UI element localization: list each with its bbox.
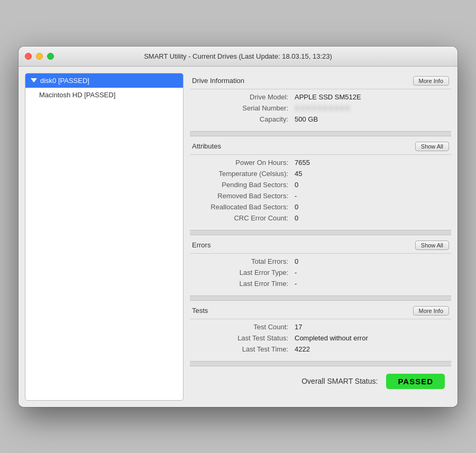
temperature-row: Temperature (Celsius): 45: [190, 168, 451, 179]
drive-model-label: Drive Model:: [194, 93, 295, 101]
overall-status-label: Overall SMART Status:: [301, 377, 378, 385]
attributes-title: Attributes: [192, 142, 221, 150]
traffic-lights: [25, 53, 54, 60]
test-count-row: Test Count: 17: [190, 321, 451, 332]
tests-title: Tests: [192, 307, 208, 315]
drive-model-value: APPLE SSD SM512E: [295, 93, 447, 101]
pending-bad-sectors-row: Pending Bad Sectors: 0: [190, 179, 451, 190]
main-content: disk0 [PASSED] Macintosh HD [PASSED] Dri…: [19, 67, 457, 407]
crc-error-count-value: 0: [295, 214, 447, 222]
separator-4: [190, 361, 451, 366]
last-error-type-value: -: [295, 269, 447, 276]
crc-error-count-label: CRC Error Count:: [194, 214, 295, 222]
errors-section: Errors Show All Total Errors: 0 Last Err…: [190, 237, 451, 293]
drive-info-title: Drive Information: [192, 77, 244, 85]
drive-model-row: Drive Model: APPLE SSD SM512E: [190, 91, 451, 103]
last-test-status-value: Completed without error: [295, 334, 447, 342]
tests-body: Test Count: 17 Last Test Status: Complet…: [190, 321, 451, 359]
minimize-button[interactable]: [36, 53, 43, 60]
power-on-hours-value: 7655: [295, 159, 447, 167]
overall-status-badge: PASSED: [386, 374, 445, 389]
test-count-value: 17: [295, 323, 447, 331]
capacity-row: Capacity: 500 GB: [190, 114, 451, 125]
right-panel: Drive Information More Info Drive Model:…: [190, 73, 451, 401]
drive-info-body: Drive Model: APPLE SSD SM512E Serial Num…: [190, 91, 451, 129]
attributes-section: Attributes Show All Power On Hours: 7655…: [190, 138, 451, 228]
errors-show-all-button[interactable]: Show All: [415, 241, 449, 250]
last-error-time-label: Last Error Time:: [194, 280, 295, 288]
temperature-label: Temperature (Celsius):: [194, 170, 295, 178]
drive-info-header: Drive Information More Info: [190, 73, 451, 89]
crc-error-count-row: CRC Error Count: 0: [190, 212, 451, 224]
tests-more-info-button[interactable]: More Info: [413, 306, 449, 316]
drive-item-macintosh-hd-label: Macintosh HD [PASSED]: [39, 91, 115, 99]
drive-info-section: Drive Information More Info Drive Model:…: [190, 73, 451, 129]
serial-number-row: Serial Number: XXXXXXXXXX: [190, 103, 451, 114]
removed-bad-sectors-value: -: [295, 192, 447, 200]
drive-list: disk0 [PASSED] Macintosh HD [PASSED]: [25, 73, 184, 401]
last-error-type-label: Last Error Type:: [194, 269, 295, 276]
pending-bad-sectors-label: Pending Bad Sectors:: [194, 181, 295, 189]
last-test-status-row: Last Test Status: Completed without erro…: [190, 332, 451, 344]
tests-section: Tests More Info Test Count: 17 Last Test…: [190, 303, 451, 359]
total-errors-value: 0: [295, 257, 447, 265]
window-title: SMART Utility - Current Drives (Last Upd…: [144, 52, 332, 60]
errors-title: Errors: [192, 241, 210, 249]
last-test-time-row: Last Test Time: 4222: [190, 344, 451, 355]
last-test-time-value: 4222: [295, 345, 447, 353]
last-error-type-row: Last Error Type: -: [190, 267, 451, 278]
triangle-icon: [31, 78, 37, 82]
separator-1: [190, 131, 451, 136]
errors-header: Errors Show All: [190, 237, 451, 254]
titlebar: SMART Utility - Current Drives (Last Upd…: [19, 47, 457, 67]
total-errors-row: Total Errors: 0: [190, 256, 451, 267]
removed-bad-sectors-label: Removed Bad Sectors:: [194, 192, 295, 200]
drive-item-disk0[interactable]: disk0 [PASSED]: [25, 73, 183, 88]
temperature-value: 45: [295, 170, 447, 178]
main-window: SMART Utility - Current Drives (Last Upd…: [19, 47, 457, 407]
capacity-label: Capacity:: [194, 115, 295, 123]
removed-bad-sectors-row: Removed Bad Sectors: -: [190, 190, 451, 201]
drive-item-disk0-label: disk0 [PASSED]: [40, 77, 89, 85]
separator-2: [190, 230, 451, 235]
pending-bad-sectors-value: 0: [295, 181, 447, 189]
total-errors-label: Total Errors:: [194, 257, 295, 265]
reallocated-bad-sectors-label: Reallocated Bad Sectors:: [194, 203, 295, 211]
status-bar: Overall SMART Status: PASSED: [190, 368, 451, 395]
reallocated-bad-sectors-row: Reallocated Bad Sectors: 0: [190, 201, 451, 212]
more-info-button[interactable]: More Info: [413, 76, 449, 86]
separator-3: [190, 295, 451, 301]
attributes-body: Power On Hours: 7655 Temperature (Celsiu…: [190, 157, 451, 228]
reallocated-bad-sectors-value: 0: [295, 203, 447, 211]
attributes-header: Attributes Show All: [190, 138, 451, 155]
power-on-hours-label: Power On Hours:: [194, 159, 295, 167]
last-test-status-label: Last Test Status:: [194, 334, 295, 342]
close-button[interactable]: [25, 53, 32, 60]
last-error-time-row: Last Error Time: -: [190, 278, 451, 289]
serial-number-value: XXXXXXXXXX: [295, 104, 447, 112]
test-count-label: Test Count:: [194, 323, 295, 331]
serial-number-label: Serial Number:: [194, 104, 295, 112]
capacity-value: 500 GB: [295, 115, 447, 123]
tests-header: Tests More Info: [190, 303, 451, 319]
power-on-hours-row: Power On Hours: 7655: [190, 157, 451, 168]
errors-body: Total Errors: 0 Last Error Type: - Last …: [190, 256, 451, 293]
last-error-time-value: -: [295, 280, 447, 288]
drive-item-macintosh-hd[interactable]: Macintosh HD [PASSED]: [25, 88, 183, 102]
attributes-show-all-button[interactable]: Show All: [415, 142, 449, 151]
maximize-button[interactable]: [47, 53, 54, 60]
last-test-time-label: Last Test Time:: [194, 345, 295, 353]
